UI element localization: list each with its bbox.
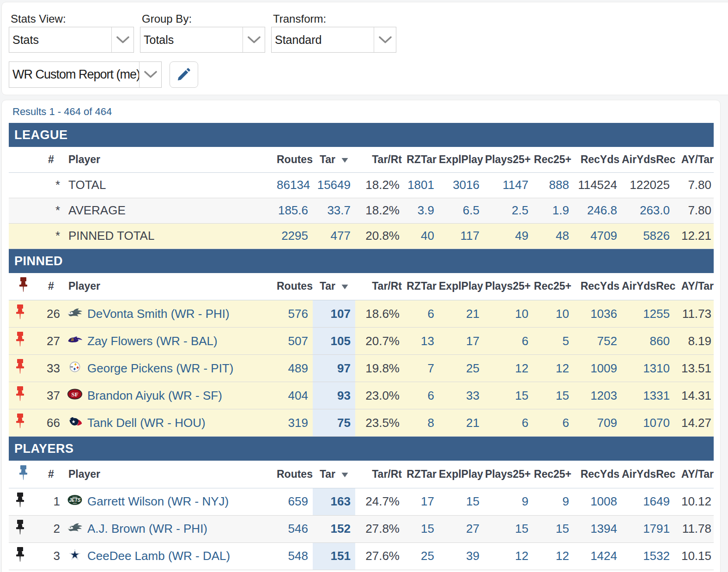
column-header-player[interactable]: Player: [65, 147, 277, 172]
stat-cell-plays25[interactable]: 49: [484, 223, 533, 249]
stat-cell-airydsrec[interactable]: 1255: [622, 300, 674, 328]
stat-cell-tar[interactable]: 15649: [313, 172, 355, 198]
pushpin-icon[interactable]: [19, 465, 27, 481]
stat-cell-explplay[interactable]: 27: [439, 515, 484, 542]
pin-cell[interactable]: [9, 542, 37, 570]
pin-cell[interactable]: [9, 355, 37, 382]
column-header-player[interactable]: Player: [65, 273, 277, 300]
column-header-plays25[interactable]: Plays25+: [484, 461, 533, 488]
pin-cell[interactable]: [9, 488, 37, 515]
stat-cell-plays25[interactable]: 6: [484, 328, 533, 355]
column-header-tarrt[interactable]: Tar/Rt: [355, 147, 404, 172]
stat-cell-recyds[interactable]: 709: [574, 409, 622, 437]
column-header-routes[interactable]: Routes: [277, 273, 313, 300]
stat-cell-tar[interactable]: 105: [313, 328, 355, 355]
stat-cell-plays25[interactable]: 15: [484, 382, 533, 409]
stat-cell-routes[interactable]: 548: [277, 542, 313, 570]
stat-cell-explplay[interactable]: 25: [439, 355, 484, 382]
stat-cell-routes[interactable]: 659: [277, 488, 313, 515]
stats-view-select[interactable]: Stats: [9, 27, 134, 53]
player-link[interactable]: CeeDee Lamb (WR - DAL): [87, 549, 230, 563]
column-header-airydsrec[interactable]: AirYdsRec: [622, 273, 674, 300]
stat-cell-rztar[interactable]: 40: [404, 223, 439, 249]
stat-cell-rztar[interactable]: 15: [404, 515, 439, 542]
stat-cell-routes[interactable]: 576: [277, 300, 313, 328]
pin-cell[interactable]: [9, 300, 37, 328]
column-header-[interactable]: #: [37, 273, 65, 300]
stat-cell-routes[interactable]: 185.6: [277, 198, 313, 223]
stat-cell-routes[interactable]: 489: [277, 355, 313, 382]
player-link[interactable]: DeVonta Smith (WR - PHI): [87, 307, 230, 321]
stat-cell-recyds[interactable]: 752: [574, 328, 622, 355]
stat-cell-rztar[interactable]: 8: [404, 409, 439, 437]
column-header-airydsrec[interactable]: AirYdsRec: [622, 461, 674, 488]
column-header-rec25[interactable]: Rec25+: [533, 273, 574, 300]
stat-cell-explplay[interactable]: 117: [439, 223, 484, 249]
stat-cell-rec25[interactable]: 15: [533, 515, 574, 542]
stat-cell-routes[interactable]: 507: [277, 328, 313, 355]
stat-cell-rec25[interactable]: 12: [533, 355, 574, 382]
stat-cell-tar[interactable]: 107: [313, 300, 355, 328]
player-link[interactable]: A.J. Brown (WR - PHI): [87, 522, 207, 536]
player-link[interactable]: Tank Dell (WR - HOU): [87, 416, 206, 430]
column-header-routes[interactable]: Routes: [277, 461, 313, 488]
column-header-explplay[interactable]: ExplPlay: [439, 461, 484, 488]
column-header-explplay[interactable]: ExplPlay: [439, 273, 484, 300]
stat-cell-recyds[interactable]: 1394: [574, 515, 622, 542]
column-header-player[interactable]: Player: [65, 461, 277, 488]
player-link[interactable]: Garrett Wilson (WR - NYJ): [87, 494, 229, 509]
player-link[interactable]: Zay Flowers (WR - BAL): [87, 334, 218, 348]
stat-cell-explplay[interactable]: 33: [439, 382, 484, 409]
pushpin-icon[interactable]: [16, 304, 24, 320]
column-header-rec25[interactable]: Rec25+: [533, 461, 574, 488]
stat-cell-explplay[interactable]: 3016: [439, 172, 484, 198]
column-header-[interactable]: #: [37, 147, 65, 172]
pin-cell[interactable]: [9, 409, 37, 437]
stat-cell-plays25[interactable]: 2.5: [484, 198, 533, 223]
stat-cell-routes[interactable]: 86134: [277, 172, 313, 198]
stat-cell-rec25[interactable]: 12: [533, 542, 574, 570]
column-header-recyds[interactable]: RecYds: [574, 273, 622, 300]
stat-cell-recyds[interactable]: 1009: [574, 355, 622, 382]
pushpin-icon[interactable]: [16, 493, 24, 508]
pushpin-icon[interactable]: [16, 547, 24, 562]
column-header-tar[interactable]: Tar: [313, 273, 355, 300]
column-header-plays25[interactable]: Plays25+: [484, 273, 533, 300]
stat-cell-tar[interactable]: 152: [313, 515, 355, 542]
stat-cell-recyds[interactable]: 1036: [574, 300, 622, 328]
stat-cell-explplay[interactable]: 17: [439, 328, 484, 355]
column-header-aytar[interactable]: AY/Tar: [674, 461, 714, 488]
stat-cell-plays25[interactable]: 9: [484, 488, 533, 515]
stat-cell-airydsrec[interactable]: 1310: [622, 355, 674, 382]
stat-cell-airydsrec[interactable]: 1791: [622, 515, 674, 542]
stat-cell-plays25[interactable]: 10: [484, 300, 533, 328]
stat-cell-airydsrec[interactable]: 1331: [622, 382, 674, 409]
stat-cell-recyds[interactable]: 1008: [574, 488, 622, 515]
column-header-tarrt[interactable]: Tar/Rt: [355, 273, 404, 300]
player-link[interactable]: George Pickens (WR - PIT): [87, 361, 233, 376]
stat-cell-rztar[interactable]: 3.9: [404, 198, 439, 223]
column-header-rztar[interactable]: RZTar: [404, 147, 439, 172]
column-header-plays25[interactable]: Plays25+: [484, 147, 533, 172]
stat-cell-airydsrec[interactable]: 1532: [622, 542, 674, 570]
stat-cell-tar[interactable]: 97: [313, 355, 355, 382]
pin-cell[interactable]: [9, 382, 37, 409]
column-header-tar[interactable]: Tar: [313, 461, 355, 488]
stat-cell-plays25[interactable]: 12: [484, 542, 533, 570]
column-header-explplay[interactable]: ExplPlay: [439, 147, 484, 172]
stat-cell-airydsrec[interactable]: 860: [622, 328, 674, 355]
stat-cell-rztar[interactable]: 6: [404, 382, 439, 409]
stat-cell-rztar[interactable]: 7: [404, 355, 439, 382]
report-select[interactable]: WR Custom Report (me): [9, 61, 162, 88]
stat-cell-tar[interactable]: 33.7: [313, 198, 355, 223]
stat-cell-rztar[interactable]: 25: [404, 542, 439, 570]
stat-cell-airydsrec[interactable]: 1070: [622, 409, 674, 437]
stat-cell-rztar[interactable]: 6: [404, 300, 439, 328]
column-header-recyds[interactable]: RecYds: [574, 461, 622, 488]
stat-cell-routes[interactable]: 546: [277, 515, 313, 542]
stat-cell-explplay[interactable]: 21: [439, 409, 484, 437]
column-header-aytar[interactable]: AY/Tar: [674, 147, 714, 172]
column-header-routes[interactable]: Routes: [277, 147, 313, 172]
stat-cell-rec25[interactable]: 9: [533, 488, 574, 515]
stat-cell-tar[interactable]: 477: [313, 223, 355, 249]
